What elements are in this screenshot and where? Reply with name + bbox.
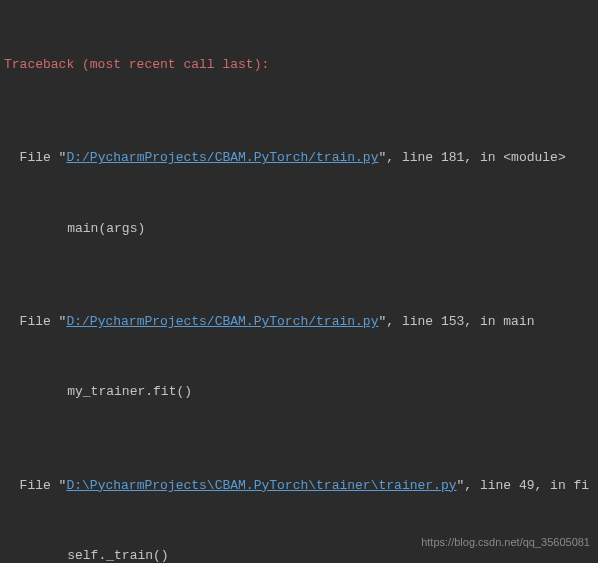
frame-1: File "D:/PycharmProjects/CBAM.PyTorch/tr…: [4, 310, 594, 333]
file-location: ", line 153, in main: [378, 314, 534, 329]
file-path-link[interactable]: D:\PycharmProjects\CBAM.PyTorch\trainer\…: [66, 478, 456, 493]
file-path-link[interactable]: D:/PycharmProjects/CBAM.PyTorch/train.py: [66, 150, 378, 165]
file-prefix: File ": [4, 150, 66, 165]
file-location: ", line 181, in <module>: [378, 150, 565, 165]
file-location: ", line 49, in fi: [457, 478, 590, 493]
file-prefix: File ": [4, 314, 66, 329]
file-path-link[interactable]: D:/PycharmProjects/CBAM.PyTorch/train.py: [66, 314, 378, 329]
code-line: main(args): [4, 217, 594, 240]
frame-0: File "D:/PycharmProjects/CBAM.PyTorch/tr…: [4, 146, 594, 169]
frame-2: File "D:\PycharmProjects\CBAM.PyTorch\tr…: [4, 474, 594, 497]
file-prefix: File ": [4, 478, 66, 493]
traceback-header: Traceback (most recent call last):: [4, 53, 594, 76]
watermark: https://blog.csdn.net/qq_35605081: [421, 533, 590, 553]
traceback-container: Traceback (most recent call last): File …: [4, 6, 594, 563]
code-line: my_trainer.fit(): [4, 380, 594, 403]
